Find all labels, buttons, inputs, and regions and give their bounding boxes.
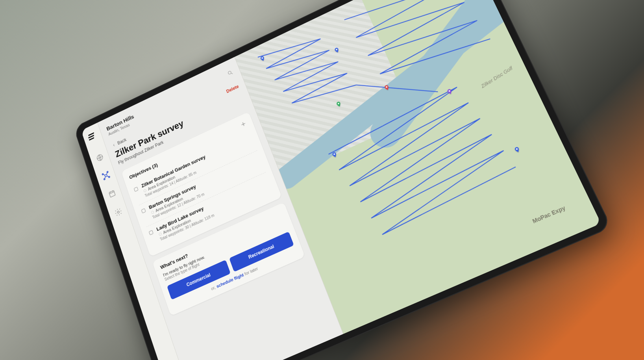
- gear-icon[interactable]: [113, 207, 123, 218]
- svg-rect-11: [141, 208, 146, 213]
- svg-point-14: [159, 232, 162, 236]
- svg-point-10: [144, 189, 147, 192]
- objective-icon: [133, 186, 139, 193]
- svg-point-5: [108, 176, 110, 178]
- park-label: Zilker Disc Golf: [480, 65, 514, 89]
- svg-point-12: [151, 211, 154, 214]
- add-objective-button[interactable]: [239, 120, 247, 129]
- svg-point-19: [448, 90, 450, 92]
- svg-rect-1: [105, 174, 107, 177]
- drone-icon[interactable]: [101, 170, 111, 181]
- waypoint-pin[interactable]: [512, 145, 522, 155]
- svg-point-3: [107, 171, 108, 173]
- svg-point-21: [516, 148, 518, 150]
- waypoint-pin[interactable]: [445, 87, 455, 97]
- svg-rect-13: [149, 230, 153, 235]
- svg-rect-9: [134, 187, 138, 192]
- objective-icon: [141, 207, 147, 214]
- calendar-icon[interactable]: [107, 188, 117, 199]
- objective-icon: [148, 229, 154, 236]
- flight-paths: [235, 0, 467, 57]
- globe-icon[interactable]: [95, 152, 104, 163]
- svg-point-8: [228, 71, 231, 74]
- search-icon[interactable]: [226, 69, 234, 77]
- app-logo: [87, 130, 98, 143]
- svg-point-7: [117, 211, 119, 213]
